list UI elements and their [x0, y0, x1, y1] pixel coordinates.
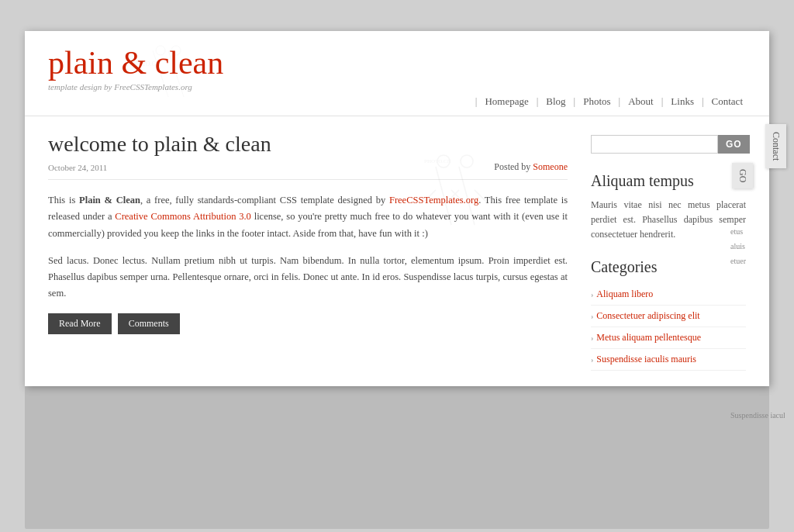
- post-title: welcome to plain & clean: [48, 132, 568, 157]
- main-content: PHOTO.CN welcome to plain & clean Octobe…: [48, 132, 568, 371]
- category-link-1[interactable]: Aliquam libero: [596, 288, 653, 300]
- go-tab[interactable]: GO: [732, 163, 753, 188]
- posted-by-link[interactable]: Someone: [533, 161, 568, 172]
- categories-list: › Aliquam libero › Consectetuer adipisci…: [591, 284, 746, 371]
- widget1-text: Mauris vitae nisi nec metus placerat per…: [591, 198, 746, 243]
- main-nav: | Homepage | Blog | Photos | About | Lin…: [471, 95, 746, 108]
- post-actions: Read More Comments: [48, 313, 568, 334]
- post-date: October 24, 2011: [48, 163, 107, 172]
- search-input[interactable]: [591, 135, 718, 154]
- category-item: › Aliquam libero: [591, 284, 746, 306]
- cat-arrow-icon: ›: [591, 290, 593, 299]
- category-link-3[interactable]: Metus aliquam pellentesque: [596, 332, 701, 344]
- site-header: plain & clean template design by FreeCSS…: [25, 31, 769, 116]
- widget1-title: Aliquam tempus: [591, 172, 746, 190]
- contact-tab[interactable]: Contact: [765, 124, 786, 168]
- post-body: This is Plain & Clean, a free, fully sta…: [48, 192, 568, 302]
- read-more-button[interactable]: Read More: [48, 313, 112, 334]
- category-link-4[interactable]: Suspendisse iaculis mauris: [596, 354, 696, 365]
- nav-about[interactable]: About: [625, 95, 657, 108]
- post-meta: October 24, 2011 Posted by Someone: [48, 161, 568, 180]
- cat-arrow-icon: ›: [591, 312, 593, 320]
- category-item: › Metus aliquam pellentesque: [591, 327, 746, 349]
- creative-commons-link[interactable]: Creative Commons Attribution 3.0: [115, 211, 251, 222]
- category-item: › Suspendisse iaculis mauris: [591, 349, 746, 371]
- comments-button[interactable]: Comments: [118, 313, 180, 334]
- nav-blog[interactable]: Blog: [543, 95, 568, 108]
- categories-title: Categories: [591, 258, 746, 276]
- sidebar-search: GO: [591, 135, 746, 154]
- nav-links[interactable]: Links: [668, 95, 697, 108]
- site-title: plain & clean: [48, 47, 746, 79]
- nav-homepage[interactable]: Homepage: [482, 95, 531, 108]
- freecss-link[interactable]: FreeCSSTemplates.org: [389, 195, 478, 206]
- category-link-2[interactable]: Consectetuer adipiscing elit: [596, 310, 699, 322]
- cat-arrow-icon: ›: [591, 355, 593, 364]
- nav-photos[interactable]: Photos: [580, 95, 613, 108]
- posted-by: Posted by Someone: [494, 161, 568, 173]
- cat-arrow-icon: ›: [591, 333, 593, 342]
- category-item: › Consectetuer adipiscing elit: [591, 306, 746, 327]
- site-subtitle: template design by FreeCSSTemplates.org: [48, 82, 746, 92]
- sidebar: GO Aliquam tempus Mauris vitae nisi nec …: [591, 132, 746, 371]
